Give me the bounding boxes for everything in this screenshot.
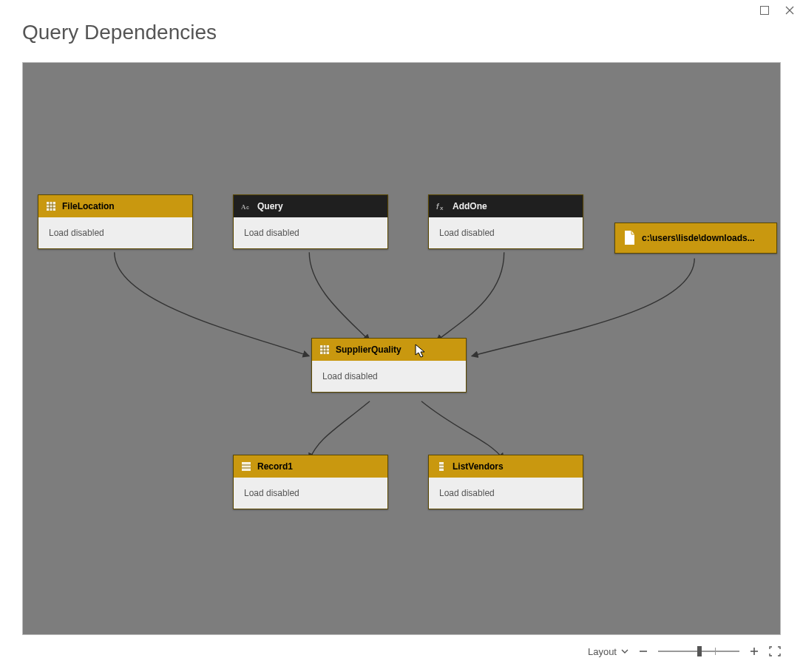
node-record1[interactable]: Record1 Load disabled xyxy=(233,455,388,509)
node-label: Record1 xyxy=(257,461,293,472)
node-status: Load disabled xyxy=(234,217,387,248)
abc-icon: Ac xyxy=(241,201,251,211)
node-list-vendors[interactable]: ListVendors Load disabled xyxy=(428,455,583,509)
slider-thumb[interactable] xyxy=(697,646,702,656)
zoom-out-button[interactable] xyxy=(639,647,648,656)
record-icon xyxy=(241,461,251,472)
table-icon xyxy=(46,201,56,211)
node-label: SupplierQuality xyxy=(336,345,402,355)
window-controls xyxy=(759,4,796,16)
node-status: Load disabled xyxy=(312,361,466,392)
footer-controls: Layout xyxy=(22,641,781,662)
node-status: Load disabled xyxy=(429,217,583,248)
layout-label: Layout xyxy=(588,646,617,657)
page-title: Query Dependencies xyxy=(22,21,217,44)
svg-rect-12 xyxy=(320,345,329,354)
node-label: FileLocation xyxy=(62,201,115,211)
file-icon xyxy=(623,231,636,245)
svg-text:A: A xyxy=(241,203,246,211)
fit-to-screen-button[interactable] xyxy=(769,646,781,656)
maximize-icon[interactable] xyxy=(759,4,770,16)
chevron-down-icon xyxy=(621,646,628,657)
node-supplier-quality[interactable]: SupplierQuality Load disabled xyxy=(311,338,467,393)
node-label: c:\users\lisde\downloads... xyxy=(642,233,755,243)
node-file-path[interactable]: c:\users\lisde\downloads... xyxy=(614,223,777,254)
list-icon xyxy=(436,461,447,472)
slider-tick xyxy=(715,648,716,655)
svg-rect-17 xyxy=(242,462,251,471)
node-status: Load disabled xyxy=(429,478,583,509)
zoom-slider[interactable] xyxy=(658,646,739,656)
node-label: AddOne xyxy=(453,201,487,211)
node-file-location[interactable]: FileLocation Load disabled xyxy=(38,194,193,249)
fx-icon: fx xyxy=(436,201,447,211)
node-label: ListVendors xyxy=(453,461,504,472)
close-icon[interactable] xyxy=(784,4,796,16)
svg-text:c: c xyxy=(246,205,249,210)
node-status: Load disabled xyxy=(234,478,387,509)
layout-button[interactable]: Layout xyxy=(588,646,628,657)
node-query[interactable]: Ac Query Load disabled xyxy=(233,194,388,249)
svg-text:x: x xyxy=(440,205,444,211)
node-add-one[interactable]: fx AddOne Load disabled xyxy=(428,194,583,249)
table-icon xyxy=(319,345,330,355)
node-label: Query xyxy=(257,201,283,211)
svg-rect-20 xyxy=(439,462,444,471)
svg-rect-0 xyxy=(761,7,769,15)
svg-rect-3 xyxy=(47,202,55,211)
node-status: Load disabled xyxy=(38,217,192,248)
zoom-in-button[interactable] xyxy=(750,647,759,656)
dependency-canvas[interactable]: FileLocation Load disabled Ac Query Load… xyxy=(22,62,781,635)
